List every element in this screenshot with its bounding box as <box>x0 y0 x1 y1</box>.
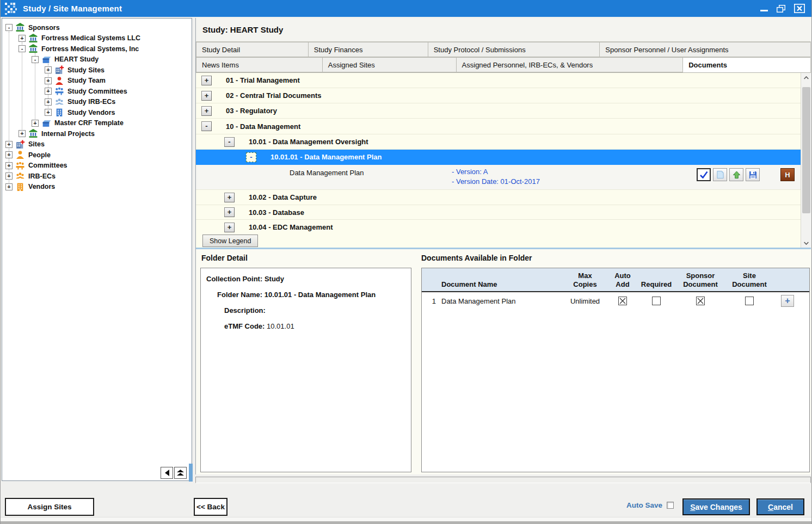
panel-splitter[interactable] <box>189 464 193 482</box>
expand-toggle[interactable]: + <box>19 130 26 137</box>
sidebar-item-fortress-llc[interactable]: + Fortress Medical Systems LLC <box>2 33 192 44</box>
auto-add-checkbox[interactable] <box>618 297 627 305</box>
expand-toggle[interactable]: - <box>5 24 13 31</box>
sidebar-item-study-sites[interactable]: + Study Sites <box>2 65 192 76</box>
tab-study-detail[interactable]: Study Detail <box>196 42 309 57</box>
document-version-date: - Version Date: 01-Oct-2017 <box>452 177 540 187</box>
expand-toggle[interactable]: + <box>45 66 52 73</box>
collapse-button[interactable]: - <box>224 137 235 147</box>
folder-row-10-02-data-capture[interactable]: + 10.02 - Data Capture <box>196 190 801 205</box>
expand-button[interactable]: + <box>224 193 235 202</box>
expand-toggle[interactable]: - <box>32 56 39 63</box>
sidebar-item-heart-study[interactable]: - HEART Study <box>2 54 192 65</box>
approved-check-icon[interactable] <box>697 168 711 181</box>
folder-row-03-regulatory[interactable]: + 03 - Regulatory <box>196 103 801 119</box>
table-row: 1 Data Management Plan Unlimited + <box>422 292 809 310</box>
people-group-icon <box>15 171 25 181</box>
horizontal-scrollbar-track[interactable] <box>195 477 811 483</box>
expand-toggle[interactable]: + <box>45 88 52 95</box>
scrollbar-thumb[interactable] <box>802 87 810 213</box>
restore-icon[interactable] <box>777 5 785 13</box>
tab-sponsor-personnel-user-assignments[interactable]: Sponsor Personnel / User Assignments <box>600 42 811 57</box>
scroll-down-icon[interactable] <box>801 238 811 248</box>
expand-toggle[interactable]: + <box>5 172 13 180</box>
expand-toggle[interactable]: + <box>5 162 13 169</box>
bank-icon <box>28 44 38 53</box>
collapse-all-up-icon[interactable] <box>174 467 187 479</box>
tree-label: Vendors <box>28 183 55 190</box>
vertical-scrollbar[interactable] <box>801 73 811 248</box>
collapse-button[interactable]: - <box>246 152 256 162</box>
expand-toggle[interactable]: + <box>19 35 26 42</box>
sidebar-item-master-crf-template[interactable]: + Master CRF Template <box>2 118 192 129</box>
sponsor-document-checkbox[interactable] <box>696 297 705 305</box>
expand-toggle[interactable]: + <box>45 98 52 106</box>
minimize-icon[interactable] <box>760 5 768 11</box>
expand-toggle[interactable]: + <box>45 77 52 84</box>
folder-row-02-central-trial-documents[interactable]: + 02 - Central Trial Documents <box>196 88 801 103</box>
folder-row-10-03-database[interactable]: + 10.03 - Database <box>196 205 801 220</box>
folder-row-10-01-01-data-management-plan-selected[interactable]: - 10.01.01 - Data Management Plan <box>196 150 801 165</box>
sidebar-item-irb-ecs[interactable]: + IRB-ECs <box>2 171 192 182</box>
tab-documents[interactable]: Documents <box>683 57 811 72</box>
save-disk-icon[interactable] <box>746 168 760 181</box>
person-icon <box>15 150 25 159</box>
site-document-checkbox[interactable] <box>745 297 754 305</box>
sidebar-item-study-committees[interactable]: + Study Committees <box>2 86 192 97</box>
folder-row-01-trial-management[interactable]: + 01 - Trial Management <box>196 73 801 88</box>
expand-button[interactable]: + <box>201 76 212 85</box>
history-icon[interactable]: H <box>780 168 795 181</box>
save-changes-button[interactable]: Save Changes <box>682 498 750 515</box>
sidebar-item-study-vendors[interactable]: + Study Vendors <box>2 107 192 118</box>
sidebar-item-study-team[interactable]: + Study Team <box>2 76 192 87</box>
sidebar-item-internal-projects[interactable]: + Internal Projects <box>2 128 192 139</box>
sidebar-item-committees[interactable]: + Committees <box>2 161 192 171</box>
tab-study-protocol-submissions[interactable]: Study Protocol / Submissions <box>428 42 600 57</box>
back-button[interactable]: << Back <box>194 498 227 516</box>
folder-row-10-01-data-management-oversight[interactable]: - 10.01 - Data Management Oversight <box>196 134 801 150</box>
tab-news-items[interactable]: News Items <box>196 57 323 72</box>
window-title: Study / Site Management <box>23 4 122 13</box>
required-checkbox[interactable] <box>652 297 661 305</box>
document-note-icon[interactable] <box>713 168 727 181</box>
row-number: 1 <box>422 297 438 305</box>
folder-row-10-04-edc-management[interactable]: + 10.04 - EDC Management <box>196 220 801 235</box>
collection-point-value: Study <box>264 275 284 283</box>
tab-study-finances[interactable]: Study Finances <box>309 42 428 57</box>
tab-label: News Items <box>202 61 239 69</box>
collapse-button[interactable]: - <box>201 121 212 131</box>
expand-button[interactable]: + <box>224 223 235 232</box>
sidebar-item-vendors[interactable]: + Vendors <box>2 182 192 193</box>
expand-toggle[interactable]: - <box>19 45 26 52</box>
expand-toggle[interactable]: + <box>45 109 52 116</box>
tab-assigned-sites[interactable]: Assigned Sites <box>323 57 457 72</box>
close-icon[interactable] <box>794 4 805 13</box>
expand-toggle[interactable]: + <box>5 183 13 190</box>
expand-button[interactable]: + <box>201 106 212 116</box>
auto-save-checkbox[interactable] <box>667 502 674 509</box>
expand-toggle[interactable]: + <box>5 141 13 148</box>
max-copies-cell: Unlimited <box>563 297 607 305</box>
col-auto-add: Auto Add <box>614 272 631 289</box>
expand-toggle[interactable]: + <box>32 120 39 127</box>
sidebar-item-fortress-inc[interactable]: - Fortress Medical Systems, Inc <box>2 44 192 54</box>
page-title: Study: HEART Study <box>202 25 283 34</box>
expand-button[interactable]: + <box>201 91 212 101</box>
add-document-icon[interactable]: + <box>781 295 794 307</box>
expand-button[interactable]: + <box>224 207 235 217</box>
show-legend-button[interactable]: Show Legend <box>202 235 258 247</box>
sidebar-item-people[interactable]: + People <box>2 150 192 161</box>
document-entry-row[interactable]: Data Management Plan - Version: A - Vers… <box>196 165 801 190</box>
tab-label: Assigned Personnel, IRB-ECs, & Vendors <box>462 61 593 69</box>
assign-sites-button[interactable]: Assign Sites <box>5 498 94 516</box>
cancel-button[interactable]: Cancel <box>756 498 804 515</box>
scroll-up-icon[interactable] <box>801 73 811 82</box>
tab-assigned-personnel-irb-ecs-vendors[interactable]: Assigned Personnel, IRB-ECs, & Vendors <box>457 57 684 72</box>
folder-row-10-data-management[interactable]: - 10 - Data Management <box>196 119 801 134</box>
upload-icon[interactable] <box>729 168 743 181</box>
sidebar-item-sites[interactable]: + Sites <box>2 139 192 150</box>
sidebar-item-sponsors[interactable]: - Sponsors <box>2 22 192 33</box>
collapse-left-icon[interactable] <box>161 467 173 479</box>
sidebar-item-study-irb-ecs[interactable]: + Study IRB-ECs <box>2 97 192 108</box>
expand-toggle[interactable]: + <box>5 151 13 158</box>
